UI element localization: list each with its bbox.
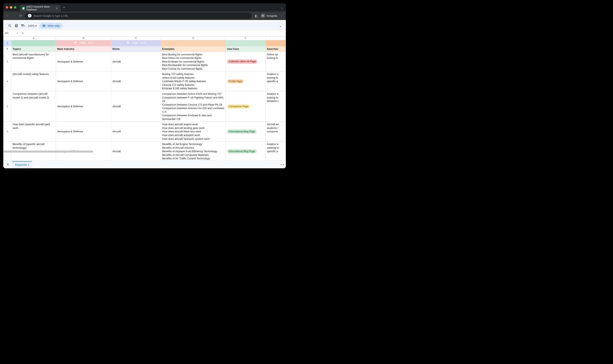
incognito-label: Incognito: [266, 14, 277, 17]
cell-use-case[interactable]: Informational Blog Page: [226, 122, 266, 142]
header-examples[interactable]: Examples: [161, 46, 226, 52]
cell-topic[interactable]: How does {specific aircraft part} work: [11, 122, 56, 142]
cell[interactable]: [266, 40, 286, 46]
tab-list-chevron-icon[interactable]: ⌄: [281, 5, 283, 9]
cell-use-case[interactable]: Collection (Best of) Page: [226, 52, 266, 71]
table-row: 3Best {aircraft manufacturer} for commer…: [3, 52, 286, 71]
col-header[interactable]: E: [226, 37, 266, 40]
sheets-favicon: ▦: [22, 7, 25, 10]
search-icon[interactable]: [7, 23, 12, 28]
print-icon[interactable]: [14, 23, 19, 28]
header-main-industry[interactable]: Main Industry: [56, 46, 111, 52]
cell-industry[interactable]: Aerospace & Defense: [56, 91, 111, 122]
tab-scroll-controls[interactable]: ◂▸: [281, 163, 284, 166]
cell[interactable]: [11, 40, 56, 46]
sheet-tab-keywords[interactable]: Keywords ▾: [12, 161, 32, 168]
cell-niche[interactable]: Aircraft: [111, 142, 161, 161]
window-zoom[interactable]: [14, 6, 16, 9]
omnibox[interactable]: G Search Google or type a URL: [25, 13, 252, 19]
zoom-select[interactable]: 100% ▾: [27, 24, 38, 27]
eye-icon: [42, 24, 46, 27]
col-header[interactable]: A: [11, 37, 56, 40]
col-header[interactable]: D: [161, 37, 226, 40]
cell-industry[interactable]: Aerospace & Defense: [56, 71, 111, 91]
reload-icon[interactable]: ⟳: [18, 14, 23, 18]
select-all-corner[interactable]: [3, 37, 12, 40]
row-number[interactable]: 6: [3, 122, 12, 142]
cell-ref-value: P1: [5, 32, 9, 35]
cell-searcher[interactable]: Aviation eseeking tospecific a: [266, 142, 286, 161]
cell-use-case[interactable]: Comparison Page: [226, 91, 266, 122]
row-number[interactable]: 2: [3, 46, 12, 52]
col-header[interactable]: B: [56, 37, 111, 40]
use-case-pill: Informational Blog Page: [227, 130, 256, 134]
header-niche[interactable]: Niche: [111, 46, 161, 52]
window-minimize[interactable]: [10, 6, 12, 9]
row-1: 1 Filter All▾ Filter All▾: [3, 40, 286, 46]
svg-line-1: [10, 26, 11, 27]
incognito-badge[interactable]: Incognito: [261, 13, 277, 18]
row-2: 2 Topics Main Industry Niche Examples Us…: [3, 46, 286, 52]
cell[interactable]: [226, 40, 266, 46]
window-close[interactable]: [6, 6, 8, 9]
browser-menu-icon[interactable]: ⋮: [280, 14, 284, 18]
tab-title: pSEO Keyword Ideas Database: [26, 5, 54, 11]
cell-industry[interactable]: Aerospace & Defense: [56, 52, 111, 71]
chevron-down-icon: ▾: [28, 164, 29, 166]
row-number[interactable]: 4: [3, 71, 12, 91]
svg-rect-6: [21, 26, 24, 26]
cell-niche[interactable]: Aircraft: [111, 71, 161, 91]
cell-searcher[interactable]: Aviation elooking fospecific a: [266, 71, 286, 91]
filter-views-icon[interactable]: ▾: [20, 23, 25, 28]
forward-icon[interactable]: →: [12, 14, 16, 18]
svg-rect-7: [21, 26, 24, 27]
cell-examples[interactable]: Boeing 737 safety featuresAirbus A320 sa…: [161, 71, 226, 91]
row-number[interactable]: 3: [3, 52, 12, 71]
name-box[interactable]: P1 ▾: [5, 32, 20, 35]
zoom-value: 100%: [28, 24, 35, 27]
table-row: 4{Aircraft model} safety featuresAerospa…: [3, 71, 286, 91]
cell-use-case[interactable]: Profile Page: [226, 71, 266, 91]
chevron-down-icon: ▾: [92, 41, 93, 45]
chevron-down-icon: ▾: [144, 41, 146, 45]
close-tab-icon[interactable]: ✕: [56, 7, 58, 10]
cell-searcher[interactable]: Aircraft enstudents lcompone: [266, 122, 286, 142]
sheet-tab-bar: ≡ Keywords ▾ ◂▸: [3, 161, 286, 168]
cell-use-case[interactable]: Informational Blog Page: [226, 142, 266, 161]
cell-examples[interactable]: How does aircraft engine workHow does ai…: [161, 122, 226, 142]
view-only-badge[interactable]: View only: [39, 23, 63, 29]
filter-icon: [126, 41, 130, 45]
cell-examples[interactable]: Best Boeing for commercial flightsBest A…: [161, 52, 226, 71]
cell-searcher[interactable]: Aviation elooking tobetween t: [266, 91, 286, 122]
cell-niche[interactable]: Aircraft: [111, 91, 161, 122]
cell-examples[interactable]: Comparison between Airbus A320 and Boein…: [161, 91, 226, 122]
filter-cell-industry[interactable]: Filter All▾: [56, 40, 111, 46]
back-icon[interactable]: ←: [5, 14, 9, 18]
row-number[interactable]: 5: [3, 91, 12, 122]
new-tab-button[interactable]: +: [63, 5, 65, 10]
filter-cell-niche[interactable]: Filter All▾: [111, 40, 161, 46]
horizontal-scrollbar-thumb[interactable]: [3, 151, 93, 153]
browser-tab[interactable]: ▦ pSEO Keyword Ideas Database ✕: [20, 5, 61, 12]
cell-industry[interactable]: Aerospace & Defense: [56, 122, 111, 142]
col-header[interactable]: C: [111, 37, 161, 40]
toolbar-expand-icon[interactable]: ⌄: [279, 24, 282, 28]
header-searcher[interactable]: Searcher: [266, 46, 286, 52]
sheet-grid[interactable]: A B C D E 1 Filter All▾: [3, 36, 286, 161]
all-sheets-icon[interactable]: ≡: [5, 162, 11, 167]
cell-topic[interactable]: {Aircraft model} safety features: [11, 71, 56, 91]
view-only-label: View only: [47, 24, 60, 27]
cell-examples[interactable]: Benefits of Jet Engine TechnologyBenefit…: [161, 142, 226, 161]
cell-topic[interactable]: Best {aircraft manufacturer} for commerc…: [11, 52, 56, 71]
omnibox-placeholder: Search Google or type a URL: [34, 14, 68, 17]
panel-icon[interactable]: ◧: [254, 14, 258, 18]
header-use-case[interactable]: Use Case: [226, 46, 266, 52]
cell-niche[interactable]: Aircraft: [111, 52, 161, 71]
cell-topic[interactable]: Comparison between {aircraft model 1} an…: [11, 91, 56, 122]
cell-searcher[interactable]: Airline oplooking to: [266, 52, 286, 71]
header-topics[interactable]: Topics: [11, 46, 56, 52]
cell[interactable]: [161, 40, 226, 46]
row-number[interactable]: 1: [3, 40, 12, 46]
col-header[interactable]: [266, 37, 286, 40]
cell-niche[interactable]: Aircraft: [111, 122, 161, 142]
